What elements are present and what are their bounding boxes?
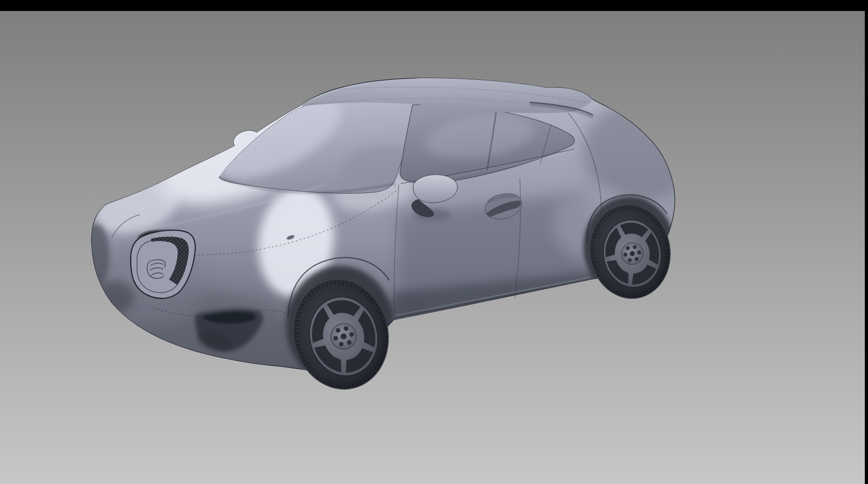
top-letterbox-bar	[0, 0, 868, 11]
app-window	[0, 0, 868, 484]
right-letterbox-bar	[865, 0, 868, 484]
side-mirror	[412, 175, 457, 221]
3d-viewport[interactable]	[0, 0, 868, 484]
